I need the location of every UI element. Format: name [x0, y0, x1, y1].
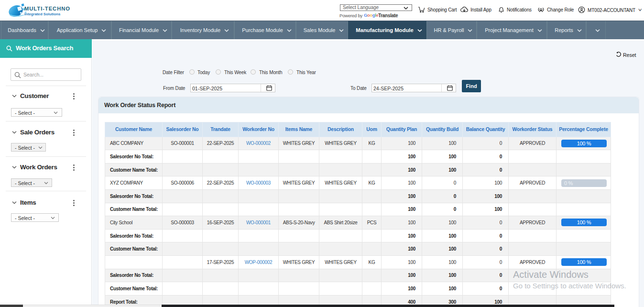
svg-text:MULTI-TECHNO: MULTI-TECHNO [24, 6, 70, 11]
svg-text:Integrated Solutions: Integrated Solutions [24, 12, 61, 16]
